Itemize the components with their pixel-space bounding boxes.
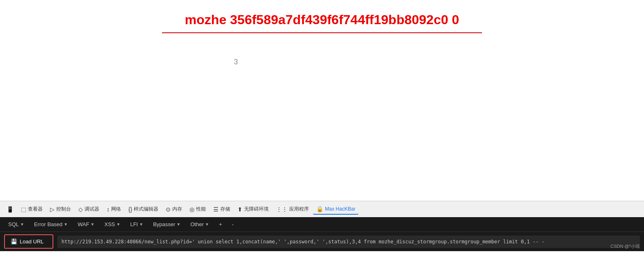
- responsive-icon: 📱: [7, 206, 14, 213]
- hackbar-waf[interactable]: WAF ▼: [73, 220, 98, 229]
- lfi-arrow: ▼: [139, 222, 143, 227]
- error-based-label: Error Based: [34, 221, 62, 227]
- performance-label: 性能: [196, 206, 206, 213]
- devtools-accessibility[interactable]: ⬆ 无障碍环境: [234, 204, 272, 214]
- xss-arrow: ▼: [116, 222, 121, 227]
- load-url-label: Load URL: [20, 238, 44, 245]
- debugger-label: 调试器: [84, 206, 99, 213]
- devtools-performance[interactable]: ◎ 性能: [186, 204, 209, 214]
- console-icon: ▷: [50, 206, 55, 213]
- memory-icon: ⊙: [166, 206, 171, 213]
- inspector-label: 查看器: [28, 206, 43, 213]
- accessibility-icon: ⬆: [238, 206, 242, 213]
- hackbar-menu: SQL ▼ Error Based ▼ WAF ▼ XSS ▼ LFI ▼ By…: [0, 217, 644, 232]
- xss-label: XSS: [105, 221, 115, 227]
- load-url-icon: 💾: [11, 238, 17, 245]
- devtools-memory[interactable]: ⊙ 内存: [162, 204, 185, 214]
- hackbar-label: Max HacKBar: [325, 206, 355, 212]
- devtools-bar: 📱 ⬚ 查看器 ▷ 控制台 ◇ 调试器 ↕ 网络 {} 样式编辑器 ⊙ 内存 ◎…: [0, 201, 644, 217]
- hackbar-add[interactable]: +: [215, 220, 226, 229]
- memory-label: 内存: [172, 206, 182, 213]
- bypasser-label: Bypasser: [153, 221, 175, 227]
- style-label: 样式编辑器: [134, 206, 158, 213]
- csdn-watermark: CSDN @*小瑶: [610, 243, 640, 250]
- remove-label: -: [232, 221, 233, 227]
- other-label: Other: [190, 221, 204, 227]
- hackbar-lfi[interactable]: LFI ▼: [126, 220, 147, 229]
- add-label: +: [219, 221, 222, 227]
- devtools-responsive[interactable]: 📱: [3, 204, 17, 214]
- devtools-console[interactable]: ▷ 控制台: [47, 204, 74, 214]
- storage-label: 存储: [220, 206, 230, 213]
- hackbar-panel: SQL ▼ Error Based ▼ WAF ▼ XSS ▼ LFI ▼ By…: [0, 217, 644, 251]
- accessibility-label: 无障碍环境: [244, 206, 269, 213]
- bypasser-arrow: ▼: [176, 222, 180, 227]
- other-arrow: ▼: [205, 222, 209, 227]
- hackbar-sql[interactable]: SQL ▼: [4, 220, 28, 229]
- page-heading: mozhe 356f589a7df439f6f744ff19bb8092c0 0: [162, 12, 482, 33]
- network-icon: ↕: [107, 206, 110, 213]
- console-label: 控制台: [56, 206, 71, 213]
- devtools-storage[interactable]: ☰ 存储: [210, 204, 233, 214]
- devtools-app[interactable]: ⋮⋮ 应用程序: [273, 204, 312, 214]
- waf-arrow: ▼: [91, 222, 95, 227]
- devtools-debugger[interactable]: ◇ 调试器: [75, 204, 103, 214]
- hackbar-icon: 🔒: [316, 206, 323, 212]
- lfi-label: LFI: [130, 221, 138, 227]
- browser-content: mozhe 356f589a7df439f6f744ff19bb8092c0 0…: [0, 0, 644, 201]
- style-icon: {}: [128, 206, 132, 213]
- hackbar-remove[interactable]: -: [228, 220, 238, 229]
- devtools-hackbar[interactable]: 🔒 Max HacKBar: [313, 204, 359, 215]
- hackbar-other[interactable]: Other ▼: [186, 220, 213, 229]
- sql-label: SQL: [8, 221, 19, 227]
- devtools-network[interactable]: ↕ 网络: [103, 204, 124, 214]
- page-number: 3: [234, 58, 238, 66]
- hackbar-bypasser[interactable]: Bypasser ▼: [149, 220, 185, 229]
- url-input[interactable]: [57, 236, 640, 248]
- sql-arrow: ▼: [20, 222, 24, 227]
- hackbar-error-based[interactable]: Error Based ▼: [30, 220, 72, 229]
- load-url-button[interactable]: 💾 Load URL: [4, 234, 53, 249]
- waf-label: WAF: [78, 221, 89, 227]
- storage-icon: ☰: [213, 206, 219, 213]
- devtools-style-editor[interactable]: {} 样式编辑器: [125, 204, 162, 214]
- debugger-icon: ◇: [78, 206, 83, 213]
- app-icon: ⋮⋮: [276, 206, 288, 213]
- error-based-arrow: ▼: [64, 222, 68, 227]
- devtools-inspector[interactable]: ⬚ 查看器: [18, 204, 46, 214]
- network-label: 网络: [111, 206, 121, 213]
- performance-icon: ◎: [190, 206, 194, 213]
- hackbar-xss[interactable]: XSS ▼: [100, 220, 125, 229]
- app-label: 应用程序: [289, 206, 309, 213]
- inspector-icon: ⬚: [21, 206, 26, 213]
- hackbar-url-row: 💾 Load URL: [0, 232, 644, 251]
